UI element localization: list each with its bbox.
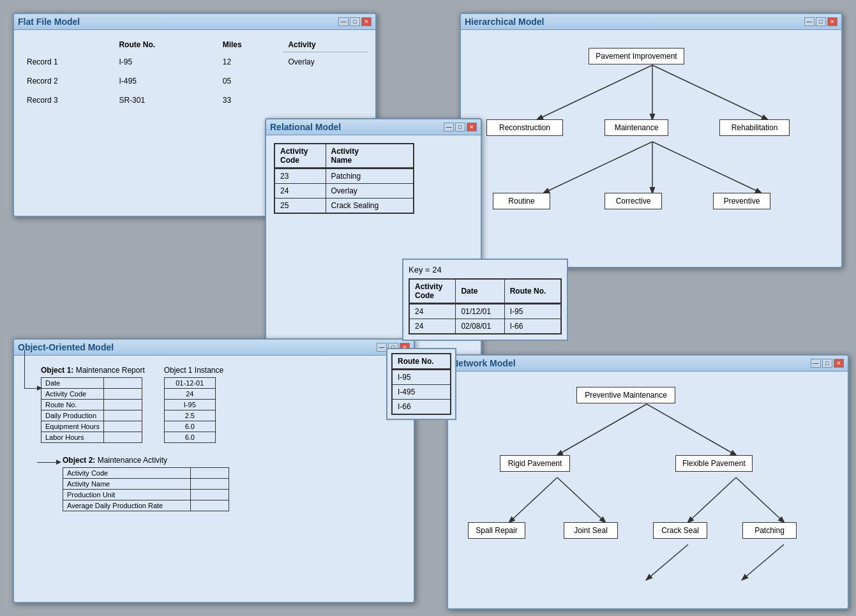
hierarchical-controls: — □ ✕ (804, 17, 837, 26)
svg-line-3 (544, 142, 652, 193)
table-row: Route No. (41, 400, 142, 410)
oo-object1-table: Date Activity Code Route No. Daily Produ… (41, 377, 142, 443)
oo-field-date: Date (41, 378, 104, 389)
hier-maintenance-node: Maintenance (604, 119, 668, 136)
oo-object2-header: Object 2: Maintenance Activity (63, 456, 229, 465)
inst-route: I-95 (164, 400, 215, 410)
oo2-field-name: Activity Name (63, 479, 191, 490)
flat-col-route: Route No. (114, 38, 217, 52)
close-btn-rel[interactable]: ✕ (467, 123, 477, 131)
patching-node: Patching (742, 522, 797, 539)
maximize-btn[interactable]: □ (350, 17, 360, 26)
maintenance-node: Maintenance (604, 119, 668, 136)
oo-field-code: Activity Code (41, 389, 104, 400)
flat-file-titlebar: Flat File Model — □ ✕ (14, 14, 375, 30)
oo-field-equip-val (104, 421, 142, 432)
minimize-btn-oo[interactable]: — (377, 343, 387, 352)
svg-line-11 (736, 477, 784, 522)
network-window: Network Model — □ ✕ (447, 354, 849, 610)
oo-field-labor: Labor Hours (41, 432, 104, 443)
oo-content: Object 1: Maintenance Report Date Activi… (14, 356, 414, 522)
net-joint-node: Joint Seal (564, 522, 618, 539)
hier-root-node: Pavement Improvement (589, 48, 684, 64)
oo-field-prod-val (104, 410, 142, 421)
svg-line-13 (742, 545, 784, 580)
route-2: I-495 (114, 71, 217, 91)
preventive-maintenance-node: Preventive Maintenance (576, 387, 675, 403)
reconstruction-node: Reconstruction (486, 119, 563, 136)
activity-2 (283, 71, 368, 91)
table-row: Record 3 SR-301 33 (22, 91, 368, 110)
oo-field-equip: Equipment Hours (41, 421, 104, 432)
net-patching-node: Patching (742, 522, 797, 539)
preventive-node: Preventive (713, 193, 770, 209)
flat-file-content: Route No. Miles Activity Record 1 I-95 1… (14, 30, 375, 117)
net-spall-node: Spall Repair (468, 522, 525, 539)
table-row: I-495 (392, 385, 451, 400)
maximize-btn-rel[interactable]: □ (455, 123, 465, 131)
table-row: 24 (164, 389, 215, 400)
table-row: 23 Patching (274, 169, 414, 184)
oo2-field-rate-val (191, 500, 229, 511)
relational-content: ActivityCode ActivityName 23 Patching 24… (266, 135, 481, 234)
oo2-field-code-val (191, 468, 229, 479)
miles-2: 05 (218, 71, 283, 91)
oo-field-labor-val (104, 432, 142, 443)
route-3: SR-301 (114, 91, 217, 110)
oo-field-route-val (104, 400, 142, 410)
key-date-1: 01/12/01 (456, 304, 504, 319)
table-row: 24 02/08/01 I-66 (409, 319, 561, 334)
inst-code: 24 (164, 389, 215, 400)
rel-name-3: Crack Sealing (326, 199, 414, 214)
table-row: 25 Crack Sealing (274, 199, 414, 214)
hier-reconstruction-node: Reconstruction (486, 119, 563, 136)
rigid-pavement-node: Rigid Pavement (500, 455, 570, 472)
rel-code-1: 23 (274, 169, 326, 184)
key-route-1: I-95 (504, 304, 561, 319)
route-val-3: I-66 (392, 400, 451, 415)
net-flexible-node: Flexible Pavement (675, 455, 753, 472)
key-code-1: 24 (409, 304, 456, 319)
svg-line-10 (688, 477, 736, 522)
maximize-btn-hier[interactable]: □ (816, 17, 826, 26)
flat-col-miles: Miles (218, 38, 283, 52)
activity-3 (283, 91, 368, 110)
table-row: Record 2 I-495 05 (22, 71, 368, 91)
flat-file-title: Flat File Model (18, 17, 80, 27)
minimize-btn-net[interactable]: — (811, 359, 821, 368)
oo-object1-instance-label: Object 1 Instance (164, 366, 223, 375)
oo-window: Object-Oriented Model — □ ✕ Object 1: M (13, 338, 415, 603)
activity-1: Overlay (283, 52, 368, 72)
minimize-btn-rel[interactable]: — (444, 123, 454, 131)
key-label: Key = 24 (409, 265, 562, 274)
hier-preventive-node: Preventive (713, 193, 770, 209)
oo2-field-rate: Average Daily Production Rate (63, 500, 191, 511)
close-btn-hier[interactable]: ✕ (827, 17, 837, 26)
inst-date: 01-12-01 (164, 378, 215, 389)
svg-line-6 (557, 404, 647, 455)
table-row: Record 1 I-95 12 Overlay (22, 52, 368, 72)
network-tree-svg (458, 382, 835, 599)
close-btn[interactable]: ✕ (361, 17, 372, 26)
oo-object2-table: Activity Code Activity Name Production U… (63, 467, 229, 511)
network-content: Preventive Maintenance Rigid Pavement Fl… (448, 372, 848, 609)
net-root-node: Preventive Maintenance (576, 387, 675, 403)
relational-title: Relational Model (270, 122, 341, 132)
table-row: Activity Code (63, 468, 229, 479)
table-row: Equipment Hours (41, 421, 142, 432)
minimize-btn-hier[interactable]: — (804, 17, 815, 26)
rel-name-2: Overlay (326, 184, 414, 199)
miles-1: 12 (218, 52, 283, 72)
minimize-btn[interactable]: — (338, 17, 349, 26)
key-col-route: Route No. (504, 279, 561, 304)
table-row: Production Unit (63, 490, 229, 500)
svg-line-5 (652, 142, 761, 193)
oo-object2-name: Maintenance Activity (98, 456, 167, 465)
hierarchical-title: Hierarchical Model (465, 17, 544, 27)
hier-corrective-node: Corrective (604, 193, 662, 209)
maximize-btn-net[interactable]: □ (822, 359, 832, 368)
table-row: Labor Hours (41, 432, 142, 443)
record-label-2: Record 2 (22, 71, 114, 91)
oo-titlebar: Object-Oriented Model — □ ✕ (14, 340, 414, 356)
close-btn-net[interactable]: ✕ (834, 359, 844, 368)
